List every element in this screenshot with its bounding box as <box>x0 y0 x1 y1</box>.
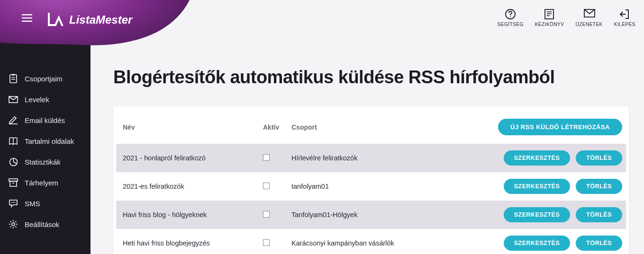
clipboard-icon <box>9 74 18 83</box>
help-icon <box>505 9 516 20</box>
cell-actions: SZERKESZTÉS TÖRLÉS <box>465 172 626 201</box>
menu-toggle-button[interactable] <box>22 14 32 22</box>
top-toolbar: SEGÍTSÉG KÉZIKÖNYV ÜZENETEK KILÉPÉS <box>498 9 635 27</box>
cell-active <box>258 229 287 254</box>
delete-button[interactable]: TÖRLÉS <box>576 150 622 166</box>
svg-point-15 <box>14 202 15 203</box>
svg-rect-27 <box>545 9 553 19</box>
manual-label: KÉZIKÖNYV <box>535 22 564 27</box>
sidebar-item-label: Levelek <box>25 96 49 104</box>
messages-label: ÜZENETEK <box>575 22 602 27</box>
delete-button[interactable]: TÖRLÉS <box>576 207 622 222</box>
svg-line-23 <box>10 226 11 227</box>
svg-line-22 <box>15 226 16 227</box>
edit-button[interactable]: SZERKESZTÉS <box>504 236 571 251</box>
edit-button[interactable]: SZERKESZTÉS <box>504 207 571 222</box>
book-icon <box>9 136 18 146</box>
rss-table-card: Név Aktív Csoport ÚJ RSS KÜLDŐ LÉTREHOZÁ… <box>113 106 629 254</box>
table-row: Heti havi friss blogbejegyzés Karácsonyi… <box>116 229 626 254</box>
sidebar-item-email-send[interactable]: Email küldés <box>0 110 91 131</box>
table-row: 2021 - honlapról feliratkozó Hírlevélre … <box>116 144 626 172</box>
cell-name: 2021-es feliratkozók <box>116 172 258 201</box>
delete-button[interactable]: TÖRLÉS <box>576 236 622 251</box>
archive-icon <box>9 178 18 187</box>
sidebar: ListaMester Csoportjaim Levelek Email kü… <box>0 0 91 254</box>
active-checkbox[interactable] <box>263 211 270 218</box>
manual-link[interactable]: KÉZIKÖNYV <box>535 9 564 27</box>
sidebar-item-label: Tárhelyem <box>25 179 58 187</box>
cell-active <box>258 144 287 172</box>
svg-point-14 <box>13 202 14 203</box>
active-checkbox[interactable] <box>263 154 270 161</box>
messages-link[interactable]: ÜZENETEK <box>575 9 602 27</box>
cell-group: Karácsonyi kampányban vásárlók <box>287 229 465 254</box>
sidebar-item-label: Statisztikák <box>25 158 61 166</box>
sidebar-item-settings[interactable]: Beállítások <box>0 214 91 235</box>
hamburger-icon <box>22 14 32 22</box>
sidebar-item-groups[interactable]: Csoportjaim <box>0 68 91 89</box>
edit-button[interactable]: SZERKESZTÉS <box>504 179 571 194</box>
sidebar-item-sms[interactable]: SMS <box>0 193 91 214</box>
svg-rect-0 <box>22 14 32 15</box>
messages-icon <box>583 9 595 20</box>
envelope-icon <box>9 95 18 104</box>
pencil-line-icon <box>9 115 18 125</box>
cell-name: 2021 - honlapról feliratkozó <box>116 144 258 172</box>
cell-group: Hírlevélre feliratkozók <box>287 144 465 172</box>
svg-rect-1 <box>22 18 32 18</box>
col-header-name: Név <box>116 108 258 144</box>
sidebar-item-content-pages[interactable]: Tartalmi oldalak <box>0 131 91 151</box>
help-label: SEGÍTSÉG <box>498 22 524 27</box>
manual-icon <box>544 9 555 20</box>
active-checkbox[interactable] <box>263 239 270 246</box>
logout-link[interactable]: KILÉPÉS <box>614 9 635 27</box>
sidebar-item-label: SMS <box>25 200 40 208</box>
svg-rect-4 <box>12 74 15 76</box>
brand[interactable]: ListaMester <box>47 13 132 27</box>
logout-label: KILÉPÉS <box>614 22 635 27</box>
create-rss-button[interactable]: ÚJ RSS KÜLDŐ LÉTREHOZÁSA <box>498 119 622 135</box>
logout-icon <box>619 9 630 20</box>
sidebar-item-label: Csoportjaim <box>25 75 63 83</box>
sidebar-item-label: Email küldés <box>25 116 65 124</box>
table-row: 2021-es feliratkozók tanfolyam01 SZERKES… <box>116 172 626 201</box>
brand-logo-icon <box>47 13 64 27</box>
svg-rect-11 <box>10 181 17 186</box>
col-header-group: Csoport <box>287 108 465 144</box>
svg-line-21 <box>10 221 11 222</box>
cell-actions: SZERKESZTÉS TÖRLÉS <box>465 144 626 172</box>
col-header-active: Aktív <box>258 108 287 144</box>
sidebar-item-label: Beállítások <box>25 220 59 228</box>
chat-bubble-icon <box>9 199 18 208</box>
cell-actions: SZERKESZTÉS TÖRLÉS <box>465 201 626 229</box>
help-link[interactable]: SEGÍTSÉG <box>498 9 524 27</box>
cell-active <box>258 201 287 229</box>
sidebar-nav: Csoportjaim Levelek Email küldés Tartalm… <box>0 68 91 235</box>
svg-point-13 <box>11 202 12 203</box>
cell-actions: SZERKESZTÉS TÖRLÉS <box>465 229 626 254</box>
main-content: Blogértesítők automatikus küldése RSS hí… <box>91 0 644 254</box>
edit-button[interactable]: SZERKESZTÉS <box>504 150 571 166</box>
table-row: Havi friss blog - hölgyeknek Tanfolyam01… <box>116 201 626 229</box>
cell-name: Havi friss blog - hölgyeknek <box>116 201 258 229</box>
cell-active <box>258 172 287 201</box>
rss-table: Név Aktív Csoport ÚJ RSS KÜLDŐ LÉTREHOZÁ… <box>116 108 626 254</box>
svg-point-16 <box>12 223 15 226</box>
sidebar-item-label: Tartalmi oldalak <box>25 137 74 145</box>
pie-chart-icon <box>9 157 18 166</box>
brand-name: ListaMester <box>69 13 132 26</box>
page-title: Blogértesítők automatikus küldése RSS hí… <box>113 67 629 88</box>
svg-point-26 <box>510 16 511 17</box>
gear-icon <box>9 219 18 229</box>
sidebar-item-letters[interactable]: Levelek <box>0 89 91 110</box>
delete-button[interactable]: TÖRLÉS <box>576 179 622 194</box>
svg-rect-2 <box>22 21 32 22</box>
active-checkbox[interactable] <box>263 183 270 189</box>
sidebar-item-storage[interactable]: Tárhelyem <box>0 172 91 193</box>
cell-group: Tanfolyam01-Hölgyek <box>287 201 465 229</box>
sidebar-item-statistics[interactable]: Statisztikák <box>0 151 91 172</box>
cell-group: tanfolyam01 <box>287 172 465 201</box>
svg-line-24 <box>15 221 16 222</box>
col-header-actions: ÚJ RSS KÜLDŐ LÉTREHOZÁSA <box>465 108 626 144</box>
svg-rect-3 <box>10 75 17 83</box>
